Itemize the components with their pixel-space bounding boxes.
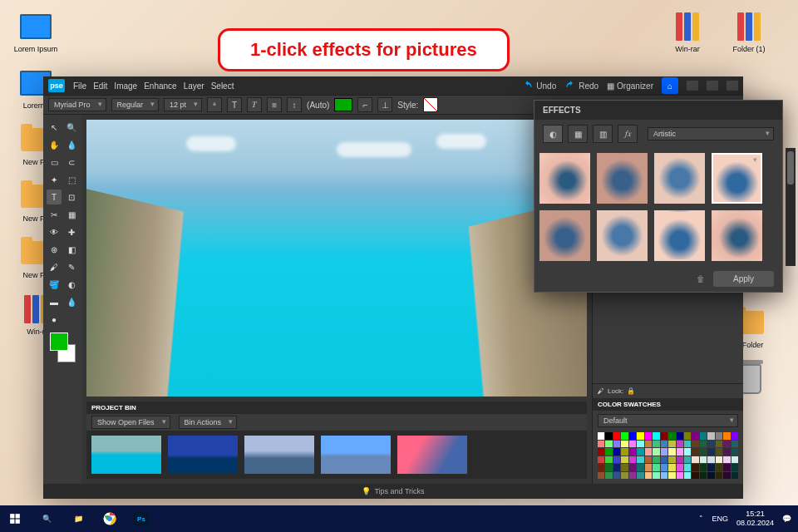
bin-actions-select[interactable]: Bin Actions <box>179 416 238 429</box>
swatch-color[interactable] <box>716 456 722 463</box>
tray-chevron-icon[interactable]: ˄ <box>699 515 703 523</box>
heal-tool[interactable]: ✚ <box>64 224 79 239</box>
bin-thumbnail[interactable] <box>168 436 238 474</box>
swatch-color[interactable] <box>621 448 628 455</box>
crop-tool[interactable]: ⊡ <box>64 190 79 204</box>
swatch-color[interactable] <box>661 448 667 455</box>
swatch-color[interactable] <box>629 464 636 470</box>
swatch-color[interactable] <box>605 472 612 479</box>
effect-thumb[interactable] <box>597 210 648 261</box>
swatch-color[interactable] <box>723 464 730 470</box>
wand-tool[interactable]: ✦ <box>47 172 62 187</box>
swatch-color[interactable] <box>732 472 738 479</box>
bin-thumbnail[interactable] <box>397 436 467 474</box>
swatch-color[interactable] <box>684 448 691 455</box>
sponge-tool[interactable]: ● <box>47 312 62 327</box>
orient-button[interactable]: ⊥ <box>377 97 392 112</box>
swatch-color[interactable] <box>605 456 612 463</box>
size-select[interactable]: 12 pt <box>164 98 202 111</box>
swatch-color[interactable] <box>661 432 667 439</box>
swatch-color[interactable] <box>653 456 659 463</box>
brush-tool[interactable]: 🖌 <box>47 259 62 274</box>
swatch-color[interactable] <box>677 448 683 455</box>
swatch-color[interactable] <box>692 448 698 455</box>
selection-tool[interactable]: ⬚ <box>64 172 79 187</box>
swatch-color[interactable] <box>732 448 738 455</box>
menu-file[interactable]: File <box>73 81 86 91</box>
menu-edit[interactable]: Edit <box>93 81 107 91</box>
start-button[interactable] <box>0 505 30 532</box>
effect-thumb-selected[interactable] <box>712 153 762 204</box>
swatch-color[interactable] <box>637 441 643 447</box>
zoom-tool[interactable]: 🔍 <box>64 120 79 135</box>
swatch-color[interactable] <box>653 472 659 479</box>
swatch-color[interactable] <box>684 432 691 439</box>
swatch-color[interactable] <box>723 472 730 479</box>
swatch-color[interactable] <box>668 432 675 439</box>
swatch-color[interactable] <box>598 464 604 470</box>
swatch-color[interactable] <box>677 464 683 470</box>
chrome-button[interactable] <box>95 505 125 532</box>
swatch-color[interactable] <box>653 441 659 447</box>
swatch-color[interactable] <box>605 432 612 439</box>
smart-brush-tool[interactable]: ✎ <box>64 259 79 274</box>
swatch-color[interactable] <box>707 472 714 479</box>
swatch-color[interactable] <box>668 472 675 479</box>
swatch-color[interactable] <box>677 456 683 463</box>
swatch-color[interactable] <box>707 448 714 455</box>
swatch-color[interactable] <box>605 448 612 455</box>
menu-enhance[interactable]: Enhance <box>144 81 176 91</box>
swatch-color[interactable] <box>668 441 675 447</box>
swatch-color[interactable] <box>645 441 652 447</box>
move-tool[interactable]: ↖ <box>47 120 62 135</box>
swatch-color[interactable] <box>598 432 604 439</box>
swatch-color[interactable] <box>621 472 628 479</box>
swatch-color[interactable] <box>700 432 707 439</box>
swatch-color[interactable] <box>613 441 620 447</box>
swatch-color[interactable] <box>613 464 620 470</box>
swatch-color[interactable] <box>716 472 722 479</box>
lang-indicator[interactable]: ENG <box>712 515 728 523</box>
swatch-color[interactable] <box>645 456 652 463</box>
swatch-color[interactable] <box>707 456 714 463</box>
swatch-color[interactable] <box>637 448 643 455</box>
swatch-color[interactable] <box>707 441 714 447</box>
swatch-color[interactable] <box>598 456 604 463</box>
swatch-color[interactable] <box>598 441 604 447</box>
swatch-color[interactable] <box>692 456 698 463</box>
undo-button[interactable]: Undo <box>522 80 556 91</box>
lasso-tool[interactable]: ⊂ <box>64 155 79 170</box>
swatch-color[interactable] <box>723 448 730 455</box>
delete-effect-icon[interactable]: 🗑 <box>697 274 705 283</box>
eraser-tool[interactable]: ◧ <box>64 242 79 257</box>
antialias-button[interactable]: ᵃ <box>207 97 222 112</box>
swatch-color[interactable] <box>605 441 612 447</box>
document-canvas[interactable] <box>86 120 587 397</box>
swatch-color[interactable] <box>629 441 636 447</box>
menu-image[interactable]: Image <box>114 81 137 91</box>
warp-button[interactable]: ⌐ <box>357 97 372 112</box>
swatch-color[interactable] <box>723 432 730 439</box>
swatches-set-select[interactable]: Default <box>598 414 738 427</box>
desktop-icon-folder1[interactable]: Folder (1) <box>727 10 771 53</box>
styles-tab[interactable]: ▦ <box>568 125 588 143</box>
swatch-color[interactable] <box>684 464 691 470</box>
color-swatches[interactable] <box>47 332 79 362</box>
effect-thumb[interactable] <box>654 153 705 204</box>
redo-button[interactable]: Redo <box>564 80 598 91</box>
swatch-color[interactable] <box>732 464 738 470</box>
effect-thumb[interactable] <box>712 210 762 261</box>
leading-button[interactable]: ↕ <box>287 97 302 112</box>
swatch-color[interactable] <box>716 441 722 447</box>
organizer-button[interactable]: ▦ Organizer <box>607 81 653 91</box>
close-button[interactable] <box>727 81 738 91</box>
show-files-select[interactable]: Show Open Files <box>91 416 170 429</box>
effect-thumb[interactable] <box>654 210 705 261</box>
swatch-color[interactable] <box>661 456 667 463</box>
swatch-color[interactable] <box>661 441 667 447</box>
swatch-color[interactable] <box>653 464 659 470</box>
swatch-color[interactable] <box>707 464 714 470</box>
swatch-color[interactable] <box>684 441 691 447</box>
swatch-color[interactable] <box>629 448 636 455</box>
swatch-color[interactable] <box>637 456 643 463</box>
